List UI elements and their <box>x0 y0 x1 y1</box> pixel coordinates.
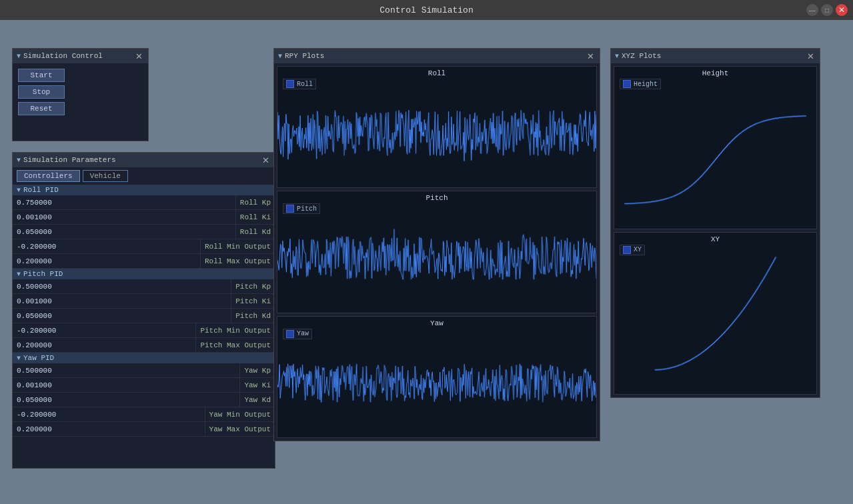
rpy-body: Roll Roll Pitch Pitch Yaw Yaw <box>274 63 600 441</box>
sim-control-panel: ▼ Simulation Control ✕ Start Stop Reset <box>12 48 149 141</box>
rpy-plots-panel: ▼ RPY Plots ✕ Roll Roll Pitch Pitch <box>273 48 600 441</box>
xyz-title: XYZ Plots <box>622 52 661 60</box>
roll-kp-value: 0.750000 <box>13 195 236 209</box>
minimize-button[interactable]: — <box>806 4 818 16</box>
sim-control-title: Simulation Control <box>23 52 103 60</box>
yaw-max-label: Yaw Max Output <box>205 425 275 433</box>
rpy-header[interactable]: ▼ RPY Plots ✕ <box>274 49 600 63</box>
xyz-body: Height Height XY XY <box>611 63 820 397</box>
tab-vehicle[interactable]: Vehicle <box>83 170 128 182</box>
close-button[interactable]: ✕ <box>836 4 848 16</box>
rpy-title: RPY Plots <box>285 52 324 60</box>
roll-chart: Roll Roll <box>277 66 597 188</box>
params-scroll[interactable]: ▼ Roll PID 0.750000 Roll Kp 0.001000 Rol… <box>13 185 275 460</box>
roll-pid-header: ▼ Roll PID <box>13 185 275 195</box>
roll-min-label: Roll Min Output <box>201 243 275 251</box>
param-row: -0.200000 Pitch Min Output <box>13 323 275 338</box>
window-controls: — □ ✕ <box>806 4 848 16</box>
pitch-min-value: -0.200000 <box>13 323 196 337</box>
param-row: 0.500000 Yaw Kp <box>13 363 275 378</box>
roll-ki-label: Roll Ki <box>236 213 275 221</box>
yaw-max-value: 0.200000 <box>13 422 205 436</box>
sim-params-close-button[interactable]: ✕ <box>261 156 271 165</box>
roll-pid-label: Roll PID <box>23 186 59 194</box>
yaw-kd-value: 0.050000 <box>13 393 240 407</box>
pitch-collapse-icon: ▼ <box>17 271 21 278</box>
pitch-min-label: Pitch Min Output <box>196 327 275 335</box>
sim-params-header[interactable]: ▼ Simulation Parameters ✕ <box>13 153 275 167</box>
pitch-max-value: 0.200000 <box>13 338 196 352</box>
maximize-button[interactable]: □ <box>821 4 833 16</box>
desktop: ▼ Simulation Control ✕ Start Stop Reset … <box>0 20 853 504</box>
roll-canvas <box>277 67 596 187</box>
roll-kp-label: Roll Kp <box>236 199 275 207</box>
yaw-canvas <box>277 317 596 437</box>
param-row: 0.750000 Roll Kp <box>13 195 275 210</box>
param-row: 0.001000 Pitch Ki <box>13 294 275 309</box>
param-row: 0.200000 Pitch Max Output <box>13 338 275 353</box>
params-collapse-icon: ▼ <box>17 157 21 164</box>
yaw-pid-header: ▼ Yaw PID <box>13 353 275 363</box>
rpy-header-left: ▼ RPY Plots <box>278 52 324 60</box>
sim-control-body: Start Stop Reset <box>13 63 148 121</box>
pitch-chart: Pitch Pitch <box>277 191 597 313</box>
xyz-header[interactable]: ▼ XYZ Plots ✕ <box>611 49 820 63</box>
sim-control-close-button[interactable]: ✕ <box>134 52 144 61</box>
yaw-min-label: Yaw Min Output <box>205 411 275 419</box>
param-row: 0.050000 Roll Kd <box>13 225 275 239</box>
roll-collapse-icon: ▼ <box>17 187 21 194</box>
collapse-triangle-icon: ▼ <box>17 53 21 60</box>
xyz-plots-panel: ▼ XYZ Plots ✕ Height Height XY XY <box>610 48 820 398</box>
pitch-ki-label: Pitch Ki <box>231 297 275 305</box>
pitch-pid-header: ▼ Pitch PID <box>13 269 275 279</box>
yaw-chart: Yaw Yaw <box>277 316 597 438</box>
pitch-kp-label: Pitch Kp <box>231 283 275 291</box>
sim-control-header[interactable]: ▼ Simulation Control ✕ <box>13 49 148 63</box>
reset-button[interactable]: Reset <box>18 102 65 115</box>
roll-ki-value: 0.001000 <box>13 210 236 224</box>
xy-canvas <box>614 233 816 395</box>
yaw-kp-value: 0.500000 <box>13 363 240 377</box>
yaw-pid-label: Yaw PID <box>23 354 54 362</box>
pitch-pid-label: Pitch PID <box>23 270 63 278</box>
tab-controllers[interactable]: Controllers <box>17 170 80 182</box>
param-row: 0.200000 Yaw Max Output <box>13 422 275 437</box>
xyz-header-left: ▼ XYZ Plots <box>615 52 661 60</box>
pitch-ki-value: 0.001000 <box>13 294 231 308</box>
param-row: -0.200000 Roll Min Output <box>13 239 275 254</box>
rpy-close-button[interactable]: ✕ <box>586 52 596 61</box>
roll-kd-value: 0.050000 <box>13 225 236 239</box>
yaw-ki-value: 0.001000 <box>13 378 240 392</box>
param-row: 0.050000 Yaw Kd <box>13 393 275 407</box>
sim-params-title: Simulation Parameters <box>23 156 116 164</box>
stop-button[interactable]: Stop <box>18 85 65 99</box>
app-title: Control Simulation <box>379 5 473 15</box>
roll-max-label: Roll Max Output <box>201 257 275 265</box>
height-canvas <box>614 67 816 229</box>
yaw-kd-label: Yaw Kd <box>240 396 275 404</box>
sim-params-panel: ▼ Simulation Parameters ✕ Controllers Ve… <box>12 152 275 469</box>
pitch-max-label: Pitch Max Output <box>196 341 275 349</box>
roll-kd-label: Roll Kd <box>236 228 275 236</box>
yaw-min-value: -0.200000 <box>13 407 205 421</box>
start-button[interactable]: Start <box>18 69 65 82</box>
xyz-close-button[interactable]: ✕ <box>806 52 816 61</box>
pitch-kp-value: 0.500000 <box>13 279 231 293</box>
param-row: 0.001000 Yaw Ki <box>13 378 275 393</box>
params-tabs: Controllers Vehicle <box>13 167 275 185</box>
pitch-kd-label: Pitch Kd <box>231 312 275 320</box>
param-row: 0.200000 Roll Max Output <box>13 254 275 269</box>
param-row: 0.001000 Roll Ki <box>13 210 275 225</box>
pitch-canvas <box>277 191 596 312</box>
height-chart: Height Height <box>614 66 817 229</box>
yaw-collapse-icon: ▼ <box>17 355 21 362</box>
param-row: -0.200000 Yaw Min Output <box>13 407 275 422</box>
roll-min-value: -0.200000 <box>13 239 201 253</box>
yaw-kp-label: Yaw Kp <box>240 367 275 375</box>
title-bar: Control Simulation — □ ✕ <box>0 0 853 20</box>
rpy-collapse-icon: ▼ <box>278 53 282 60</box>
pitch-kd-value: 0.050000 <box>13 309 231 323</box>
roll-max-value: 0.200000 <box>13 254 201 268</box>
xy-chart: XY XY <box>614 232 817 395</box>
param-row: 0.050000 Pitch Kd <box>13 309 275 323</box>
